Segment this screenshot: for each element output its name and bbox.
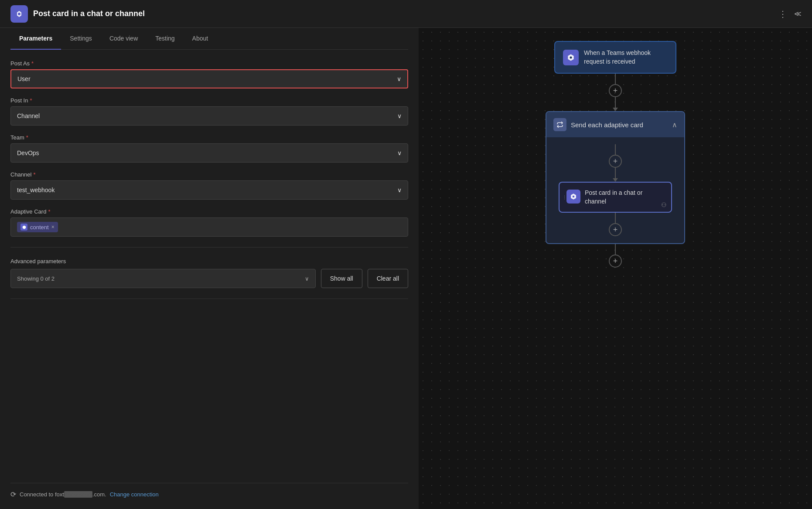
tab-code-view[interactable]: Code view — [101, 28, 147, 50]
post-in-chevron-icon: ∨ — [397, 112, 402, 119]
trigger-node[interactable]: When a Teams webhook request is received — [554, 41, 676, 74]
channel-group: Channel * test_webhook ∨ — [10, 171, 408, 200]
svg-point-2 — [570, 57, 572, 59]
loop-connector-arrow-top — [613, 178, 618, 182]
post-in-select[interactable]: Channel ∨ — [10, 106, 408, 126]
advanced-params-label: Advanced parameters — [10, 258, 408, 265]
advanced-params-controls: Showing 0 of 2 ∨ Show all Clear all — [10, 269, 408, 288]
adaptive-card-input[interactable]: content × — [10, 217, 408, 237]
connection-text: Connected to foxtxxxxxxxxxx.com. — [20, 491, 106, 498]
tab-settings[interactable]: Settings — [61, 28, 101, 50]
add-step-button-3[interactable]: + — [609, 254, 622, 268]
footer: ⟳ Connected to foxtxxxxxxxxxx.com. Chang… — [10, 483, 408, 499]
svg-point-1 — [18, 13, 20, 15]
post-card-node-icon — [566, 190, 580, 204]
advanced-params-showing: Showing 0 of 2 — [17, 275, 55, 282]
team-select[interactable]: DevOps ∨ — [10, 143, 408, 163]
channel-chevron-icon: ∨ — [397, 187, 402, 193]
content-chip: content × — [17, 222, 58, 232]
add-step-button-1[interactable]: + — [609, 84, 622, 97]
advanced-params-chevron-icon: ∨ — [305, 275, 309, 282]
post-as-required: * — [31, 60, 34, 67]
loop-collapse-icon[interactable]: ∧ — [672, 121, 677, 129]
app-header: Post card in a chat or channel ⋮ ≪ — [0, 0, 812, 28]
post-card-link-icon: ⚇ — [661, 201, 667, 208]
connector-arrow-1 — [613, 108, 618, 111]
loop-node-icon — [553, 118, 566, 131]
connection-blur: xxxxxxxxxx — [64, 491, 92, 498]
trigger-node-title: When a Teams webhook request is received — [584, 49, 668, 66]
app-icon — [10, 5, 28, 23]
chip-label: content — [30, 224, 49, 231]
tab-about[interactable]: About — [184, 28, 217, 50]
post-in-required: * — [30, 97, 32, 104]
adaptive-card-label: Adaptive Card * — [10, 208, 408, 215]
add-step-button-inner-top[interactable]: + — [609, 155, 622, 168]
post-card-node[interactable]: ⋮ Post card in a chat or channel ⚇ — [559, 182, 672, 213]
clear-all-button[interactable]: Clear all — [368, 269, 408, 288]
connector-line-1b — [615, 97, 616, 108]
post-as-select[interactable]: User ∨ — [10, 69, 408, 88]
channel-select[interactable]: test_webhook ∨ — [10, 180, 408, 200]
tab-testing[interactable]: Testing — [147, 28, 183, 50]
tab-parameters[interactable]: Parameters — [10, 28, 61, 50]
loop-connector-line-bottom — [615, 213, 616, 223]
post-as-chevron-icon: ∨ — [397, 75, 401, 82]
collapse-icon[interactable]: ≪ — [794, 10, 802, 18]
page-title: Post card in a chat or channel — [33, 9, 778, 18]
form-section: Post As * User ∨ Post In * Channel ∨ — [10, 60, 408, 301]
advanced-params-section: Advanced parameters Showing 0 of 2 ∨ Sho… — [10, 258, 408, 288]
team-required: * — [26, 134, 28, 141]
team-label: Team * — [10, 134, 408, 141]
loop-inner: + ⋮ Post ca — [546, 137, 684, 243]
chip-close-button[interactable]: × — [51, 224, 55, 230]
connector-3: + — [609, 244, 622, 268]
main-layout: Parameters Settings Code view Testing Ab… — [0, 28, 812, 509]
loop-node-title: Send each adaptive card — [571, 121, 643, 129]
divider-1 — [10, 247, 408, 248]
loop-header[interactable]: Send each adaptive card ∧ — [546, 112, 684, 137]
post-card-node-text: Post card in a chat or channel — [585, 189, 664, 206]
more-options-icon[interactable]: ⋮ — [778, 9, 787, 19]
loop-header-left: Send each adaptive card — [553, 118, 643, 131]
team-chevron-icon: ∨ — [397, 149, 402, 156]
tabs-nav: Parameters Settings Code view Testing Ab… — [10, 28, 408, 50]
trigger-node-icon — [563, 50, 579, 65]
post-as-group: Post As * User ∨ — [10, 60, 408, 88]
connection-icon: ⟳ — [10, 490, 16, 499]
channel-required: * — [33, 171, 35, 178]
connector-1: + — [609, 74, 622, 111]
right-panel: When a Teams webhook request is received… — [419, 28, 812, 509]
post-card-node-title: Post card in a chat or channel — [585, 189, 664, 206]
post-in-label: Post In * — [10, 97, 408, 104]
team-group: Team * DevOps ∨ — [10, 134, 408, 163]
show-all-button[interactable]: Show all — [321, 269, 362, 288]
svg-point-3 — [573, 196, 575, 198]
chip-teams-icon — [20, 224, 27, 231]
loop-inner-connector-top: + — [609, 144, 622, 182]
add-step-button-inner-bottom[interactable]: + — [609, 223, 622, 236]
workflow-canvas: When a Teams webhook request is received… — [550, 41, 681, 268]
channel-label: Channel * — [10, 171, 408, 178]
divider-2 — [10, 299, 408, 299]
left-panel: Parameters Settings Code view Testing Ab… — [0, 28, 419, 509]
connector-line-3 — [615, 244, 616, 254]
adaptive-card-required: * — [48, 208, 50, 215]
post-as-label: Post As * — [10, 60, 408, 67]
header-actions: ⋮ ≪ — [778, 9, 802, 19]
loop-inner-connector-bottom: + — [609, 213, 622, 236]
post-in-group: Post In * Channel ∨ — [10, 97, 408, 126]
loop-container: Send each adaptive card ∧ + ⋮ — [546, 111, 685, 244]
connector-line-1 — [615, 74, 616, 84]
loop-connector-line-top — [615, 144, 616, 155]
change-connection-link[interactable]: Change connection — [110, 491, 159, 498]
advanced-params-select[interactable]: Showing 0 of 2 ∨ — [10, 269, 316, 288]
adaptive-card-group: Adaptive Card * content × — [10, 208, 408, 237]
loop-connector-line-top2 — [615, 168, 616, 178]
post-card-dots-icon: ⋮ — [562, 195, 567, 200]
